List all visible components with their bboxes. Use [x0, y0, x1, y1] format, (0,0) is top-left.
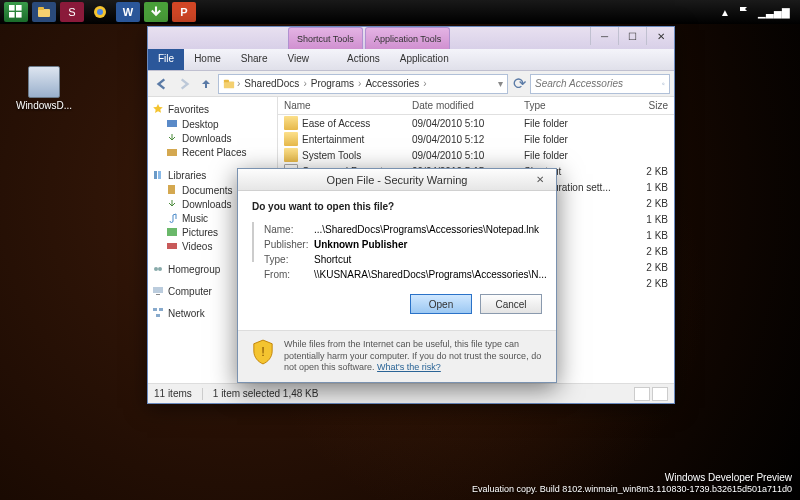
- taskbar: S W P ▲ ▁▃▅▇: [0, 0, 800, 24]
- recent-icon: [166, 146, 178, 158]
- file-icon: [252, 222, 254, 262]
- taskbar-powerpoint[interactable]: P: [172, 2, 196, 22]
- file-row[interactable]: System Tools09/04/2010 5:10File folder: [278, 147, 674, 163]
- risk-link[interactable]: What's the risk?: [377, 362, 441, 372]
- desktop-icon: [166, 118, 178, 130]
- crumb-accessories[interactable]: Accessories: [363, 78, 421, 89]
- desktop-icon-label: WindowsD...: [14, 100, 74, 111]
- ribbon-tab-application[interactable]: Application: [390, 49, 459, 70]
- svg-rect-4: [38, 9, 50, 17]
- taskbar-app-2[interactable]: [144, 2, 168, 22]
- star-icon: [152, 103, 164, 115]
- ribbon: File Home Share View Actions Application: [148, 49, 674, 71]
- taskbar-chrome[interactable]: [88, 2, 112, 22]
- taskbar-explorer[interactable]: [32, 2, 56, 22]
- status-count: 11 items: [154, 388, 192, 399]
- view-details[interactable]: [634, 387, 650, 401]
- maximize-button[interactable]: ☐: [618, 27, 646, 45]
- svg-rect-13: [154, 171, 157, 179]
- tray-up-icon[interactable]: ▲: [720, 7, 730, 18]
- dlg-from: \\KUSNARA\SharedDocs\Programs\Accessorie…: [314, 267, 547, 282]
- ribbon-tab-home[interactable]: Home: [184, 49, 231, 70]
- folder-icon: [284, 132, 298, 146]
- column-headers[interactable]: Name Date modified Type Size: [278, 97, 674, 115]
- svg-rect-1: [16, 5, 22, 11]
- contextual-tab-application[interactable]: Application Tools: [365, 27, 450, 49]
- folder-icon: [284, 148, 298, 162]
- signal-icon[interactable]: ▁▃▅▇: [758, 7, 790, 18]
- dlg-name: ...\SharedDocs\Programs\Accessories\Note…: [314, 222, 539, 237]
- col-name[interactable]: Name: [284, 100, 412, 111]
- desktop-icon[interactable]: WindowsD...: [14, 66, 74, 111]
- taskbar-word[interactable]: W: [116, 2, 140, 22]
- ribbon-tab-actions[interactable]: Actions: [337, 49, 390, 70]
- sidebar-downloads[interactable]: Downloads: [152, 131, 273, 145]
- chevron-right-icon[interactable]: ›: [356, 78, 363, 89]
- contextual-tab-shortcut[interactable]: Shortcut Tools: [288, 27, 363, 49]
- dialog-question: Do you want to open this file?: [252, 201, 542, 212]
- svg-rect-0: [9, 5, 15, 11]
- crumb-shareddocs[interactable]: SharedDocs: [242, 78, 301, 89]
- breadcrumb[interactable]: › SharedDocs › Programs › Accessories › …: [218, 74, 508, 94]
- crumb-programs[interactable]: Programs: [309, 78, 356, 89]
- shield-icon: !: [252, 339, 274, 365]
- flag-icon[interactable]: [738, 6, 750, 18]
- dlg-publisher: Unknown Publisher: [314, 237, 407, 252]
- chevron-right-icon[interactable]: ›: [421, 78, 428, 89]
- col-type[interactable]: Type: [524, 100, 620, 111]
- chevron-right-icon[interactable]: ›: [301, 78, 308, 89]
- taskbar-start[interactable]: [4, 2, 28, 22]
- svg-rect-3: [16, 12, 22, 18]
- file-row[interactable]: Ease of Access09/04/2010 5:10File folder: [278, 115, 674, 131]
- svg-rect-14: [158, 171, 161, 179]
- homegroup-icon: [152, 263, 164, 275]
- status-selected: 1 item selected 1,48 KB: [213, 388, 319, 399]
- ribbon-tab-view[interactable]: View: [278, 49, 320, 70]
- svg-point-10: [662, 82, 664, 84]
- cancel-button[interactable]: Cancel: [480, 294, 542, 314]
- libraries-icon: [152, 169, 164, 181]
- svg-rect-9: [224, 79, 229, 82]
- svg-rect-16: [167, 228, 177, 236]
- forward-button[interactable]: [174, 74, 194, 94]
- svg-rect-20: [153, 287, 163, 293]
- navbar: › SharedDocs › Programs › Accessories › …: [148, 71, 674, 97]
- ribbon-tab-file[interactable]: File: [148, 49, 184, 70]
- svg-rect-12: [167, 149, 177, 156]
- search-box[interactable]: [530, 74, 670, 94]
- svg-rect-17: [167, 243, 177, 249]
- svg-rect-15: [168, 185, 175, 194]
- ribbon-tab-share[interactable]: Share: [231, 49, 278, 70]
- svg-rect-24: [156, 314, 160, 317]
- dialog-close-button[interactable]: ✕: [528, 172, 552, 186]
- svg-rect-22: [153, 308, 157, 311]
- view-icons[interactable]: [652, 387, 668, 401]
- system-tray[interactable]: ▲ ▁▃▅▇: [720, 6, 796, 18]
- open-button[interactable]: Open: [410, 294, 472, 314]
- svg-rect-21: [156, 294, 160, 295]
- search-icon[interactable]: [662, 78, 665, 90]
- sidebar-recent[interactable]: Recent Places: [152, 145, 273, 159]
- taskbar-app-1[interactable]: S: [60, 2, 84, 22]
- refresh-button[interactable]: ⟳: [510, 74, 528, 93]
- minimize-button[interactable]: ─: [590, 27, 618, 45]
- titlebar[interactable]: Shortcut Tools Application Tools ─ ☐ ✕: [148, 27, 674, 49]
- sidebar-favorites[interactable]: Favorites: [152, 103, 273, 115]
- chevron-right-icon[interactable]: ›: [235, 78, 242, 89]
- svg-rect-8: [224, 81, 234, 88]
- sidebar-desktop[interactable]: Desktop: [152, 117, 273, 131]
- up-button[interactable]: [196, 74, 216, 94]
- close-button[interactable]: ✕: [646, 27, 674, 45]
- svg-text:!: !: [261, 344, 265, 359]
- dialog-title[interactable]: Open File - Security Warning ✕: [238, 169, 556, 191]
- back-button[interactable]: [152, 74, 172, 94]
- col-size[interactable]: Size: [620, 100, 668, 111]
- dropdown-icon[interactable]: ▾: [498, 78, 503, 89]
- folder-icon: [223, 78, 235, 90]
- col-date[interactable]: Date modified: [412, 100, 524, 111]
- svg-point-19: [158, 267, 162, 271]
- file-row[interactable]: Entertainment09/04/2010 5:12File folder: [278, 131, 674, 147]
- download-icon: [166, 198, 178, 210]
- search-input[interactable]: [535, 78, 662, 89]
- svg-point-18: [154, 267, 158, 271]
